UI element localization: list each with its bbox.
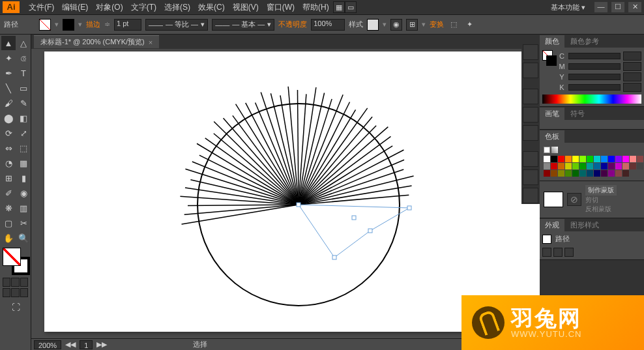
menu-select[interactable]: 选择(S) xyxy=(160,2,194,13)
lasso-tool[interactable]: ⟃ xyxy=(16,51,31,65)
y-value[interactable] xyxy=(623,72,641,81)
free-transform-tool[interactable]: ⬚ xyxy=(16,141,31,155)
artboard-tool[interactable]: ▢ xyxy=(1,216,16,230)
swatch[interactable] xyxy=(608,163,615,169)
symbol-sprayer-tool[interactable]: ❋ xyxy=(1,201,16,215)
swatch[interactable] xyxy=(615,170,622,177)
menu-icon-1[interactable]: ▦ xyxy=(333,1,345,13)
none-mode-btn[interactable] xyxy=(20,278,28,287)
stroke-weight-input[interactable]: 1 pt xyxy=(114,19,141,31)
swatch[interactable] xyxy=(579,156,586,162)
swatches-tab[interactable]: 色板 xyxy=(540,130,564,143)
swatch[interactable] xyxy=(615,156,622,162)
pencil-tool[interactable]: ✎ xyxy=(16,96,31,110)
hand-tool[interactable]: ✋ xyxy=(1,231,16,245)
artboard-nav-field[interactable]: 1 xyxy=(80,340,93,349)
shape-builder-tool[interactable]: ◔ xyxy=(1,156,16,170)
slice-tool[interactable]: ✂ xyxy=(16,216,31,230)
dock-icon-6[interactable] xyxy=(523,151,538,167)
style-swatch[interactable] xyxy=(367,19,379,31)
appearance-btn-3[interactable] xyxy=(564,248,574,257)
menu-type[interactable]: 文字(T) xyxy=(127,2,160,13)
swatch[interactable] xyxy=(622,163,629,169)
zoom-field[interactable]: 200% xyxy=(34,340,61,349)
mesh-tool[interactable]: ⊞ xyxy=(1,171,16,185)
swatch[interactable] xyxy=(572,156,579,162)
color-guide-tab[interactable]: 颜色参考 xyxy=(565,35,604,48)
align-icon[interactable]: ⊞ xyxy=(406,19,418,31)
type-tool[interactable]: T xyxy=(16,66,31,80)
document-tab[interactable]: 未标题-1* @ 200% (CMYK/预览) × xyxy=(34,35,159,48)
eyedropper-tool[interactable]: ✐ xyxy=(1,186,16,200)
eraser-tool[interactable]: ◧ xyxy=(16,111,31,125)
k-value[interactable] xyxy=(623,83,641,92)
magic-wand-tool[interactable]: ✦ xyxy=(1,51,16,65)
fill-box[interactable] xyxy=(3,248,21,266)
swatch[interactable] xyxy=(544,170,550,177)
swatch[interactable] xyxy=(601,170,607,177)
workspace-switcher[interactable]: 基本功能 ▾ xyxy=(546,1,591,14)
swatch[interactable] xyxy=(565,163,572,169)
recolor-icon[interactable]: ◉ xyxy=(390,19,402,31)
profile-select[interactable]: ——— 等比 —▾ xyxy=(145,19,208,31)
draw-normal-btn[interactable] xyxy=(3,288,10,297)
blend-tool[interactable]: ◉ xyxy=(16,186,31,200)
swatch-none[interactable] xyxy=(544,147,550,153)
c-slider[interactable] xyxy=(568,53,621,59)
appearance-btn-2[interactable] xyxy=(553,248,563,257)
appearance-btn-1[interactable] xyxy=(542,248,551,257)
width-tool[interactable]: ⇔ xyxy=(1,141,16,155)
opacity-input[interactable]: 100% xyxy=(311,19,345,31)
swatch[interactable] xyxy=(601,163,607,169)
swatch[interactable] xyxy=(579,170,586,177)
close-button[interactable]: ✕ xyxy=(628,2,641,12)
column-graph-tool[interactable]: ▥ xyxy=(16,201,31,215)
swatch[interactable] xyxy=(544,156,550,162)
fill-swatch[interactable] xyxy=(39,19,51,31)
paintbrush-tool[interactable]: 🖌 xyxy=(1,96,16,110)
dock-icon-2[interactable] xyxy=(523,63,538,78)
swatch[interactable] xyxy=(637,156,643,162)
m-slider[interactable] xyxy=(568,63,621,70)
color-stroke-swatch[interactable] xyxy=(546,55,557,66)
opacity-thumbnail[interactable] xyxy=(544,192,563,207)
zoom-tool[interactable]: 🔍 xyxy=(16,231,31,245)
extra-icon[interactable]: ✦ xyxy=(463,19,475,31)
swatch[interactable] xyxy=(637,163,643,169)
swatch[interactable] xyxy=(615,163,622,169)
swatch[interactable] xyxy=(601,156,607,162)
blob-brush-tool[interactable]: ⬤ xyxy=(1,111,16,125)
mask-link-icon[interactable]: ⊘ xyxy=(567,193,581,206)
swatch[interactable] xyxy=(551,170,557,177)
pen-tool[interactable]: ✒ xyxy=(1,66,16,80)
swatch[interactable] xyxy=(558,170,564,177)
dock-icon-3[interactable] xyxy=(523,89,538,104)
swatch[interactable] xyxy=(630,163,636,169)
close-tab-icon[interactable]: × xyxy=(149,38,153,46)
menu-effect[interactable]: 效果(C) xyxy=(194,2,229,13)
brushes-tab[interactable]: 画笔 xyxy=(540,108,564,120)
swatch[interactable] xyxy=(630,156,636,162)
dock-icon-7[interactable] xyxy=(523,169,538,185)
c-value[interactable] xyxy=(623,51,641,61)
m-value[interactable] xyxy=(623,62,641,71)
brush-select[interactable]: ——— 基本 —▾ xyxy=(212,19,274,31)
swatch[interactable] xyxy=(544,163,550,169)
k-slider[interactable] xyxy=(568,84,621,91)
make-mask-button[interactable]: 制作蒙版 xyxy=(585,185,617,196)
direct-selection-tool[interactable]: △ xyxy=(16,36,31,50)
opacity-label[interactable]: 不透明度 xyxy=(278,20,307,29)
menu-object[interactable]: 对象(O) xyxy=(92,2,126,13)
dock-icon-1[interactable] xyxy=(523,44,538,60)
fill-stroke-control[interactable] xyxy=(3,248,30,275)
swatch[interactable] xyxy=(608,156,615,162)
menu-window[interactable]: 窗口(W) xyxy=(263,2,299,13)
transform-label[interactable]: 变换 xyxy=(430,20,444,29)
isolate-icon[interactable]: ⬚ xyxy=(448,19,460,31)
swatch[interactable] xyxy=(594,163,600,169)
line-tool[interactable]: ╲ xyxy=(1,81,16,95)
nav-next-icon[interactable]: ▶▶ xyxy=(96,340,107,349)
swatch[interactable] xyxy=(565,156,572,162)
swatch[interactable] xyxy=(587,170,593,177)
symbols-tab[interactable]: 符号 xyxy=(565,108,590,120)
